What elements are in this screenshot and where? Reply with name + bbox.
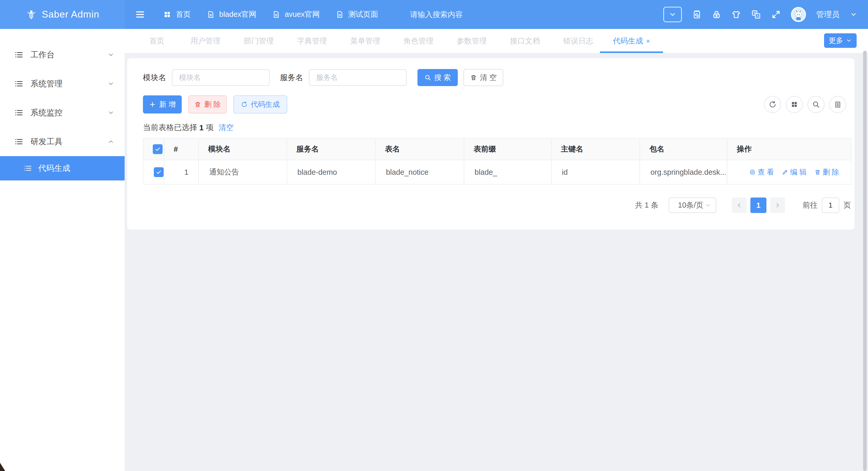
tab-label: 角色管理 <box>403 36 433 46</box>
tab-label: 接口文档 <box>510 36 540 46</box>
sidebar-collapse-icon[interactable] <box>135 9 145 20</box>
goto-page-suffix: 页 <box>843 200 851 211</box>
sidebar-item-dev-tools[interactable]: 研发工具 <box>0 127 125 156</box>
module-name-input[interactable] <box>172 69 270 86</box>
document-icon <box>336 10 344 18</box>
user-avatar[interactable] <box>791 7 806 22</box>
chevron-right-icon <box>774 202 781 209</box>
document-icon <box>207 10 215 18</box>
user-name[interactable]: 管理员 <box>816 9 840 20</box>
search-icon <box>425 74 431 81</box>
lock-icon[interactable] <box>712 10 721 19</box>
topnav-testpage[interactable]: 测试页面 <box>336 9 378 20</box>
topnav-home-label: 首页 <box>176 9 191 20</box>
cell-service: blade-demo <box>287 160 376 184</box>
row-view-link[interactable]: 查 看 <box>749 167 774 177</box>
row-delete-link[interactable]: 删 除 <box>814 167 839 177</box>
tab-codegen-active[interactable]: 代码生成 × <box>605 29 658 53</box>
search-toggle-button[interactable] <box>807 96 825 113</box>
sidebar-item-system-monitor[interactable]: 系统监控 <box>0 98 125 127</box>
delete-button-label: 删 除 <box>204 99 221 109</box>
tab-label: 参数管理 <box>457 36 487 46</box>
pagination: 共 1 条 10条/页 1 前往 页 <box>143 197 851 213</box>
tab-menu-mgmt[interactable]: 菜单管理 <box>339 29 392 53</box>
top-header: 🗡 Saber Admin 首页 bladex官网 avuex官网 测试页面 <box>0 0 868 29</box>
tabs-more-button[interactable]: 更多 <box>824 33 857 48</box>
delete-button[interactable]: 删 除 <box>188 95 227 114</box>
codegen-button-label: 代码生成 <box>251 99 280 109</box>
next-page-button[interactable] <box>770 197 785 213</box>
sidebar-item-codegen[interactable]: 代码生成 <box>0 156 125 181</box>
tab-home[interactable]: 首页 <box>135 29 179 53</box>
sidebar-item-workbench[interactable]: 工作台 <box>0 40 125 69</box>
tab-dept-mgmt[interactable]: 部门管理 <box>232 29 285 53</box>
chevron-left-icon <box>736 202 743 209</box>
row-view-label: 查 看 <box>757 167 774 177</box>
topnav-bladex[interactable]: bladex官网 <box>207 9 256 20</box>
tab-label: 菜单管理 <box>350 36 380 46</box>
chevron-down-icon <box>846 37 852 44</box>
global-search <box>394 10 518 19</box>
cell-module: 通知公告 <box>198 160 287 184</box>
column-header-actions: 操作 <box>727 138 851 160</box>
content-area: 模块名 服务名 搜 索 清 空 新 增 <box>125 53 868 229</box>
table-row: 1 通知公告 blade-demo blade_notice blade_ id… <box>143 160 851 184</box>
sidebar-item-system-mgmt[interactable]: 系统管理 <box>0 69 125 98</box>
page-size-select[interactable]: 10条/页 <box>669 197 716 213</box>
sidebar-item-label: 系统监控 <box>31 107 63 118</box>
column-header-service: 服务名 <box>287 138 376 160</box>
codegen-button[interactable]: 代码生成 <box>234 95 287 114</box>
topnav-avuex-label: avuex官网 <box>285 9 319 20</box>
selection-info: 当前表格已选择 1 项 清空 <box>143 122 851 133</box>
service-name-input[interactable] <box>309 69 407 86</box>
topnav-home[interactable]: 首页 <box>163 9 191 20</box>
theme-shirt-icon[interactable] <box>732 10 741 19</box>
tab-dict-mgmt[interactable]: 字典管理 <box>285 29 339 53</box>
global-search-input[interactable] <box>410 10 518 19</box>
selection-text-suffix: 项 <box>206 122 214 133</box>
topnav-avuex[interactable]: avuex官网 <box>272 9 319 20</box>
tab-role-mgmt[interactable]: 角色管理 <box>392 29 445 53</box>
column-settings-button[interactable] <box>786 96 803 113</box>
dagger-icon: 🗡 <box>25 8 37 21</box>
column-header-pk: 主键名 <box>551 138 640 160</box>
workorder-icon[interactable] <box>692 10 702 19</box>
tab-error-log[interactable]: 错误日志 <box>552 29 605 53</box>
add-button[interactable]: 新 增 <box>143 95 182 114</box>
tab-close-icon[interactable]: × <box>646 37 650 45</box>
tab-user-mgmt[interactable]: 用户管理 <box>179 29 232 53</box>
user-menu-chevron-icon[interactable] <box>850 11 857 18</box>
prev-page-button[interactable] <box>732 197 747 213</box>
page-size-value: 10条/页 <box>677 200 705 211</box>
row-edit-link[interactable]: 编 辑 <box>782 167 807 177</box>
cell-table: blade_notice <box>375 160 464 184</box>
tab-api-docs[interactable]: 接口文档 <box>498 29 552 53</box>
sidebar-item-label: 系统管理 <box>31 78 63 89</box>
document-icon <box>272 10 280 18</box>
sidebar-item-label: 研发工具 <box>31 136 63 147</box>
refresh-button[interactable] <box>764 96 781 113</box>
vertical-scrollbar[interactable] <box>863 51 867 471</box>
tab-param-mgmt[interactable]: 参数管理 <box>445 29 498 53</box>
cell-prefix: blade_ <box>464 160 551 184</box>
search-button[interactable]: 搜 索 <box>417 69 458 86</box>
page-number-current[interactable]: 1 <box>750 197 767 213</box>
data-export-button[interactable] <box>829 96 846 113</box>
fullscreen-icon[interactable] <box>771 10 781 19</box>
select-all-checkbox[interactable] <box>153 144 163 154</box>
toolbar-row: 新 增 删 除 代码生成 <box>143 95 851 114</box>
panel-toggle-button[interactable] <box>663 7 682 22</box>
header-right-tools: 中A 管理员 <box>663 7 857 22</box>
tab-label: 错误日志 <box>563 36 593 46</box>
tab-label: 部门管理 <box>244 36 274 46</box>
selection-clear-link[interactable]: 清空 <box>219 123 234 133</box>
cell-pk: id <box>551 160 640 184</box>
row-checkbox[interactable] <box>154 167 164 177</box>
topnav-testpage-label: 测试页面 <box>348 9 378 20</box>
main-area: 首页 用户管理 部门管理 字典管理 菜单管理 角色管理 参数管理 接口文档 错误… <box>125 0 868 229</box>
goto-page-input[interactable] <box>822 197 839 213</box>
chevron-down-icon <box>669 10 677 18</box>
language-icon[interactable]: 中A <box>751 9 761 20</box>
document-lines-icon <box>834 101 841 108</box>
clear-button[interactable]: 清 空 <box>463 69 503 86</box>
